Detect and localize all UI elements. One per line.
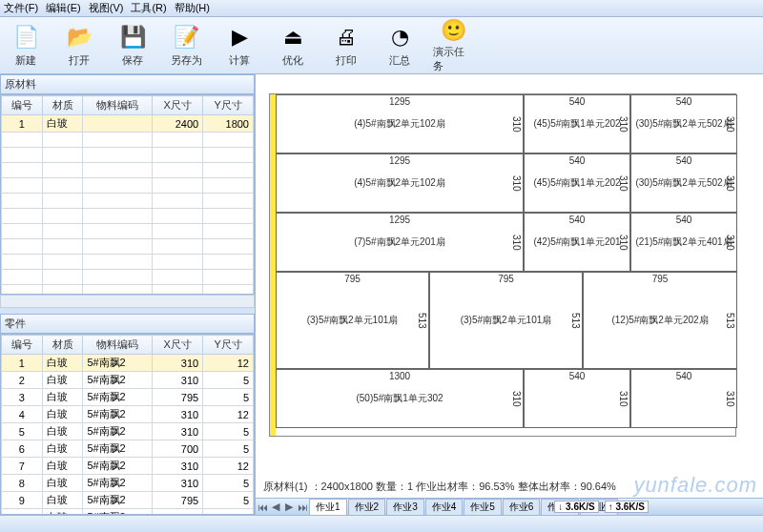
cut-piece[interactable]: 1295310(4)5#南飘2单元102扇 bbox=[276, 153, 524, 213]
menu-item[interactable]: 编辑(E) bbox=[46, 1, 81, 15]
table-row[interactable]: 3白玻5#南飘27955 bbox=[2, 389, 254, 406]
materials-table[interactable]: 编号材质物料编码X尺寸Y尺寸 1白玻24001800 bbox=[1, 95, 254, 295]
demo-icon: 🙂 bbox=[439, 18, 467, 43]
toolbar-label: 新建 bbox=[15, 53, 36, 68]
materials-scrollbar[interactable] bbox=[0, 295, 255, 308]
cut-piece[interactable]: 1300310(50)5#南飘1单元302 bbox=[276, 369, 524, 428]
job-tabs: ⏮ ◀ ▶ ⏭ 作业1作业2作业3作业4作业5作业6作业7作业8 ↓ 3.6K/… bbox=[256, 498, 763, 515]
col-header[interactable]: 编号 bbox=[2, 336, 43, 355]
table-row[interactable] bbox=[2, 224, 254, 239]
job-tab[interactable]: 作业5 bbox=[464, 499, 502, 515]
table-row[interactable] bbox=[2, 163, 254, 178]
table-row[interactable] bbox=[2, 148, 254, 163]
table-row[interactable] bbox=[2, 194, 254, 209]
cut-piece[interactable]: 540310(30)5#南飘2单元502扇 bbox=[630, 153, 737, 213]
table-row[interactable]: 8白玻5#南飘23105 bbox=[2, 475, 254, 492]
col-header[interactable]: Y尺寸 bbox=[203, 96, 254, 115]
cut-piece[interactable]: 540310(42)5#南飘1单元201 bbox=[524, 213, 630, 272]
col-header[interactable]: 材质 bbox=[42, 336, 83, 355]
job-tab[interactable]: 作业2 bbox=[348, 499, 386, 515]
col-header[interactable]: X尺寸 bbox=[153, 96, 203, 115]
cut-piece[interactable]: 540310(21)5#南飘2单元401扇 bbox=[630, 213, 737, 272]
net-up: ↑ 3.6K/S bbox=[605, 501, 649, 513]
table-row[interactable] bbox=[2, 239, 254, 255]
cut-piece[interactable]: 540310(45)5#南飘1单元202 bbox=[524, 153, 630, 213]
materials-title: 原材料 bbox=[0, 74, 255, 94]
col-header[interactable]: 编号 bbox=[2, 96, 43, 115]
print-button[interactable]: 🖨打印 bbox=[326, 21, 366, 70]
table-row[interactable] bbox=[2, 285, 254, 296]
table-row[interactable]: 10白玻5#南飘231012 bbox=[2, 509, 254, 516]
menu-item[interactable]: 工具(R) bbox=[131, 1, 166, 15]
table-row[interactable]: 1白玻24001800 bbox=[2, 115, 254, 133]
cut-piece[interactable]: 540310(45)5#南飘1单元202 bbox=[524, 94, 630, 153]
calc-button[interactable]: ▶计算 bbox=[219, 21, 259, 70]
col-header[interactable]: 材质 bbox=[42, 96, 83, 115]
toolbar-label: 另存为 bbox=[171, 53, 202, 68]
table-row[interactable] bbox=[2, 209, 254, 224]
menu-item[interactable]: 帮助(H) bbox=[175, 1, 210, 15]
open-button[interactable]: 📂打开 bbox=[59, 21, 99, 70]
statusbar bbox=[0, 515, 763, 532]
toolbar-label: 计算 bbox=[229, 53, 250, 68]
saveas-button[interactable]: 📝另存为 bbox=[166, 21, 206, 70]
job-tab[interactable]: 作业1 bbox=[309, 499, 347, 515]
opt-button[interactable]: ⏏优化 bbox=[273, 21, 313, 70]
col-header[interactable]: 物料编码 bbox=[83, 336, 153, 355]
layout-canvas[interactable]: 1295310(4)5#南飘2单元102扇540310(45)5#南飘1单元20… bbox=[256, 74, 763, 476]
table-row[interactable] bbox=[2, 178, 254, 194]
cut-piece[interactable]: 540310 bbox=[630, 369, 737, 428]
menu-item[interactable]: 视图(V) bbox=[89, 1, 124, 15]
calc-icon: ▶ bbox=[225, 23, 254, 51]
tab-nav-prev[interactable]: ◀ bbox=[269, 501, 282, 513]
table-row[interactable] bbox=[2, 255, 254, 270]
tab-nav-last[interactable]: ⏭ bbox=[296, 501, 309, 513]
demo-button[interactable]: 🙂演示任务 bbox=[433, 21, 473, 70]
net-down: ↓ 3.6K/S bbox=[554, 501, 598, 513]
print-icon: 🖨 bbox=[332, 23, 361, 51]
cut-piece[interactable]: 1295310(4)5#南飘2单元102扇 bbox=[276, 94, 524, 153]
table-row[interactable] bbox=[2, 133, 254, 148]
col-header[interactable]: 物料编码 bbox=[83, 96, 153, 115]
summary-button[interactable]: ◔汇总 bbox=[380, 21, 420, 70]
toolbar-label: 打印 bbox=[336, 53, 357, 68]
summary-icon: ◔ bbox=[385, 23, 414, 51]
new-icon: 📄 bbox=[11, 23, 40, 51]
table-row[interactable]: 5白玻5#南飘23105 bbox=[2, 423, 254, 440]
save-button[interactable]: 💾保存 bbox=[113, 21, 153, 70]
save-icon: 💾 bbox=[118, 23, 147, 51]
table-row[interactable] bbox=[2, 270, 254, 285]
table-row[interactable]: 6白玻5#南飘27005 bbox=[2, 440, 254, 458]
table-row[interactable]: 9白玻5#南飘27955 bbox=[2, 492, 254, 509]
col-header[interactable]: Y尺寸 bbox=[203, 336, 254, 355]
cut-piece[interactable]: 795513(3)5#南飘2单元101扇 bbox=[276, 272, 429, 369]
parts-table[interactable]: 编号材质物料编码X尺寸Y尺寸 1白玻5#南飘2310122白玻5#南飘23105… bbox=[1, 335, 254, 515]
toolbar: 📄新建📂打开💾保存📝另存为▶计算⏏优化🖨打印◔汇总🙂演示任务 bbox=[0, 17, 763, 74]
job-tab[interactable]: 作业3 bbox=[386, 499, 424, 515]
toolbar-label: 打开 bbox=[69, 53, 90, 68]
table-row[interactable]: 7白玻5#南飘231012 bbox=[2, 458, 254, 475]
col-header[interactable]: X尺寸 bbox=[153, 336, 203, 355]
table-row[interactable]: 2白玻5#南飘23105 bbox=[2, 372, 254, 389]
cut-piece[interactable]: 540310(30)5#南飘2单元502扇 bbox=[630, 94, 737, 153]
cut-piece[interactable]: 795513(12)5#南飘2单元202扇 bbox=[583, 272, 737, 369]
job-tab[interactable]: 作业6 bbox=[503, 499, 541, 515]
opt-icon: ⏏ bbox=[278, 23, 307, 51]
menu-item[interactable]: 文件(F) bbox=[4, 1, 38, 15]
cut-piece[interactable]: 1295310(7)5#南飘2单元201扇 bbox=[276, 213, 524, 272]
info-line: 原材料(1) ：2400x1800 数量：1 作业出材率：96.53% 整体出材… bbox=[256, 476, 763, 498]
open-icon: 📂 bbox=[65, 23, 93, 51]
table-row[interactable]: 4白玻5#南飘231012 bbox=[2, 406, 254, 423]
tab-nav-first[interactable]: ⏮ bbox=[256, 501, 269, 513]
table-row[interactable]: 1白玻5#南飘231012 bbox=[2, 355, 254, 372]
right-panel: 1295310(4)5#南飘2单元102扇540310(45)5#南飘1单元20… bbox=[256, 74, 763, 515]
tab-nav-next[interactable]: ▶ bbox=[282, 501, 296, 513]
job-tab[interactable]: 作业4 bbox=[425, 499, 464, 515]
new-button[interactable]: 📄新建 bbox=[6, 21, 46, 70]
toolbar-label: 保存 bbox=[122, 53, 143, 68]
cut-piece[interactable]: 540310 bbox=[524, 369, 630, 428]
toolbar-label: 优化 bbox=[282, 53, 303, 68]
toolbar-label: 汇总 bbox=[389, 53, 410, 68]
cut-piece[interactable]: 795513(3)5#南飘2单元101扇 bbox=[429, 272, 583, 369]
parts-title: 零件 bbox=[0, 314, 255, 334]
